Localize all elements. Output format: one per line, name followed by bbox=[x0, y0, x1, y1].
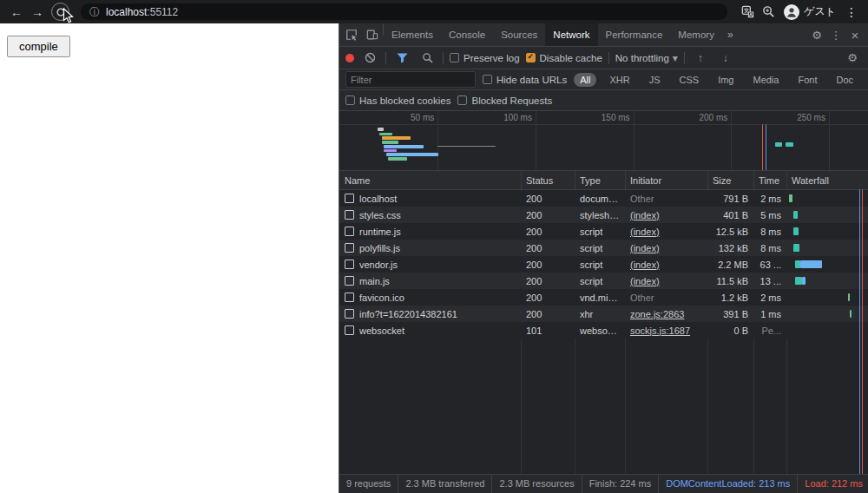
filter-type-doc[interactable]: Doc bbox=[830, 73, 859, 87]
initiator-link[interactable]: (index) bbox=[630, 227, 660, 237]
initiator-link[interactable]: (index) bbox=[630, 210, 660, 220]
tab-memory[interactable]: Memory bbox=[670, 23, 722, 46]
table-row[interactable]: vendor.js 200 script (index) 2.2 MB 63 .… bbox=[339, 256, 868, 273]
initiator-link[interactable]: (index) bbox=[630, 260, 660, 270]
status-cell: 200 bbox=[521, 227, 575, 237]
checkbox-unchecked[interactable] bbox=[483, 75, 492, 84]
file-icon bbox=[345, 210, 354, 220]
zoom-icon[interactable] bbox=[759, 3, 778, 22]
waterfall-cell bbox=[786, 289, 868, 306]
column-status[interactable]: Status bbox=[521, 175, 575, 186]
clear-icon[interactable] bbox=[360, 49, 379, 68]
devtools-settings-icon[interactable]: ⚙ bbox=[807, 25, 826, 44]
network-settings-icon[interactable]: ⚙ bbox=[843, 49, 862, 68]
initiator-link[interactable]: (index) bbox=[630, 243, 660, 253]
record-button[interactable] bbox=[345, 54, 354, 62]
network-overview[interactable]: 50 ms 100 ms 150 ms 200 ms 250 ms bbox=[339, 110, 868, 170]
browser-content: compile bbox=[0, 23, 868, 493]
address-bar[interactable]: ⓘ localhost:55112 bbox=[81, 3, 727, 20]
initiator-link[interactable]: sockjs.js:1687 bbox=[630, 325, 690, 336]
table-header[interactable]: Name Status Type Initiator Size Time Wat… bbox=[339, 171, 868, 190]
type-cell: script bbox=[575, 227, 625, 237]
tab-network[interactable]: Network bbox=[545, 23, 597, 46]
filter-type-xhr[interactable]: XHR bbox=[603, 73, 635, 87]
devtools-close-icon[interactable]: × bbox=[845, 25, 865, 44]
table-row[interactable]: polyfills.js 200 script (index) 132 kB 8… bbox=[339, 240, 868, 256]
profile-button[interactable]: ゲスト bbox=[779, 4, 840, 20]
request-name: main.js bbox=[359, 276, 390, 286]
checkbox-unchecked[interactable] bbox=[345, 95, 355, 105]
table-row[interactable]: favicon.ico 200 vnd.mic... Other 1.2 kB … bbox=[339, 289, 868, 306]
divider bbox=[684, 52, 685, 64]
filter-type-img[interactable]: Img bbox=[712, 73, 740, 87]
waterfall-cell bbox=[786, 190, 868, 207]
column-size[interactable]: Size bbox=[707, 175, 753, 186]
filter-icon[interactable] bbox=[392, 49, 411, 68]
filter-type-js[interactable]: JS bbox=[643, 73, 667, 87]
initiator-link[interactable]: zone.js:2863 bbox=[630, 309, 684, 319]
devtools-menu-icon[interactable]: ⋮ bbox=[826, 25, 845, 44]
blocked-requests-checkbox[interactable]: Blocked Requests bbox=[457, 95, 552, 106]
has-blocked-cookies-checkbox[interactable]: Has blocked cookies bbox=[345, 95, 450, 106]
ruler-label: 150 ms bbox=[595, 113, 630, 122]
column-type[interactable]: Type bbox=[575, 175, 625, 186]
column-initiator[interactable]: Initiator bbox=[625, 175, 707, 186]
avatar bbox=[784, 4, 799, 20]
checkbox-unchecked[interactable] bbox=[450, 53, 459, 62]
filter-type-css[interactable]: CSS bbox=[674, 73, 706, 87]
initiator-link[interactable]: (index) bbox=[630, 276, 660, 286]
inspect-element-icon[interactable] bbox=[341, 23, 362, 46]
table-row[interactable]: runtime.js 200 script (index) 12.5 kB 8 … bbox=[339, 223, 868, 240]
load-time: Load: 212 ms bbox=[798, 475, 868, 493]
filter-input[interactable] bbox=[345, 71, 476, 88]
request-name: runtime.js bbox=[359, 227, 401, 237]
tab-console[interactable]: Console bbox=[441, 23, 493, 46]
size-cell: 391 B bbox=[707, 309, 753, 319]
preserve-log-checkbox[interactable]: Preserve log bbox=[450, 53, 520, 63]
checkbox-checked[interactable] bbox=[526, 53, 536, 62]
request-name: info?t=1622014382161 bbox=[359, 309, 457, 319]
network-filter-bar-2: Has blocked cookies Blocked Requests bbox=[339, 89, 868, 110]
column-waterfall[interactable]: Waterfall bbox=[786, 175, 868, 186]
tab-sources[interactable]: Sources bbox=[493, 23, 545, 46]
table-row[interactable]: styles.css 200 stylesheet (index) 401 B … bbox=[339, 207, 868, 223]
export-har-icon[interactable]: ↓ bbox=[716, 49, 735, 68]
checkbox-unchecked[interactable] bbox=[457, 95, 467, 105]
column-name[interactable]: Name bbox=[339, 175, 521, 186]
profile-name: ゲスト bbox=[804, 4, 836, 19]
time-cell: 63 ... bbox=[753, 260, 786, 270]
filter-type-all[interactable]: All bbox=[574, 73, 596, 87]
back-button[interactable]: ← bbox=[7, 3, 26, 22]
compile-button[interactable]: compile bbox=[7, 36, 70, 57]
tab-elements[interactable]: Elements bbox=[384, 23, 441, 46]
more-tabs-button[interactable]: » bbox=[722, 23, 739, 46]
site-info-icon[interactable]: ⓘ bbox=[89, 7, 100, 17]
table-row[interactable]: info?t=1622014382161 200 xhr zone.js:286… bbox=[339, 306, 868, 322]
table-row[interactable]: localhost 200 document Other 791 B 2 ms bbox=[339, 190, 868, 207]
tab-performance[interactable]: Performance bbox=[598, 23, 671, 46]
table-row[interactable]: main.js 200 script (index) 11.5 kB 13 ..… bbox=[339, 273, 868, 289]
network-table: Name Status Type Initiator Size Time Wat… bbox=[339, 170, 868, 474]
import-har-icon[interactable]: ↑ bbox=[691, 49, 710, 68]
translate-icon[interactable] bbox=[738, 3, 757, 22]
file-icon bbox=[345, 293, 354, 302]
status-cell: 200 bbox=[521, 309, 575, 319]
search-icon[interactable] bbox=[418, 49, 437, 68]
throttling-dropdown[interactable]: No throttling ▾ bbox=[615, 52, 678, 64]
file-icon bbox=[345, 227, 354, 236]
table-row[interactable]: websocket 101 websoc... sockjs.js:1687 0… bbox=[339, 322, 868, 339]
column-time[interactable]: Time bbox=[753, 175, 786, 186]
filter-type-media[interactable]: Media bbox=[746, 73, 785, 87]
browser-menu-icon[interactable]: ⋮ bbox=[842, 3, 861, 22]
size-cell: 132 kB bbox=[707, 243, 753, 253]
time-cell: 8 ms bbox=[753, 243, 786, 253]
disable-cache-checkbox[interactable]: Disable cache bbox=[526, 53, 602, 63]
divider bbox=[443, 52, 444, 64]
screen: ← → ⓘ localhost:55112 bbox=[0, 0, 868, 493]
device-toolbar-icon[interactable] bbox=[362, 23, 383, 46]
filter-type-font[interactable]: Font bbox=[792, 73, 823, 87]
hide-data-urls-checkbox[interactable]: Hide data URLs bbox=[483, 75, 567, 85]
waterfall-cell bbox=[786, 306, 868, 322]
forward-button[interactable]: → bbox=[28, 3, 47, 22]
time-cell: 1 ms bbox=[753, 309, 786, 319]
